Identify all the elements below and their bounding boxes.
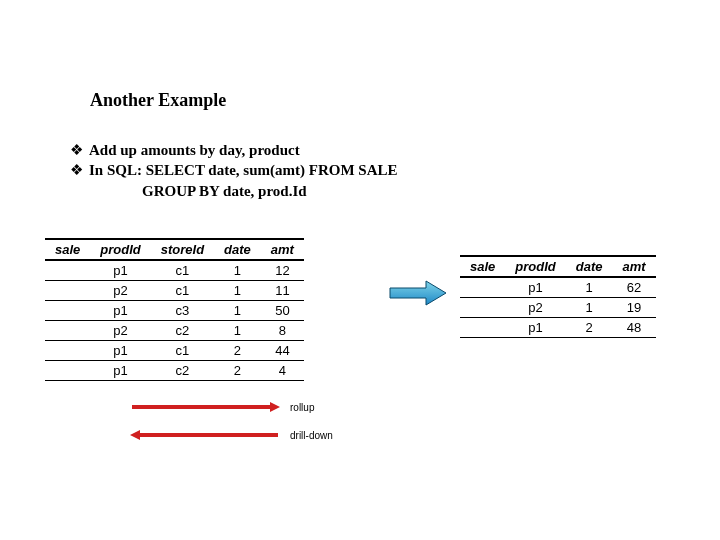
- cell: [45, 301, 90, 321]
- table-header-row: sale prodId storeId date amt: [45, 239, 304, 260]
- slide: Another Example ❖ Add up amounts by day,…: [0, 0, 720, 540]
- bullet-subline: GROUP BY date, prod.Id: [142, 181, 398, 201]
- col-header: sale: [45, 239, 90, 260]
- arrow-left-red-icon: [130, 429, 280, 441]
- svg-marker-2: [270, 402, 280, 412]
- col-header: prodId: [90, 239, 150, 260]
- cell: p1: [505, 277, 565, 298]
- operation-arrows: rollup drill-down: [130, 400, 333, 456]
- bullet-item: ❖ In SQL: SELECT date, sum(amt) FROM SAL…: [70, 160, 398, 180]
- cell: c3: [151, 301, 214, 321]
- drilldown-label: drill-down: [290, 430, 333, 441]
- bullet-text: Add up amounts by day, product: [89, 140, 300, 160]
- cell: p2: [90, 321, 150, 341]
- cell: c1: [151, 341, 214, 361]
- cell: 50: [261, 301, 304, 321]
- cell: c2: [151, 321, 214, 341]
- cell: [460, 277, 505, 298]
- table-row: p1 c3 1 50: [45, 301, 304, 321]
- col-header: prodId: [505, 256, 565, 277]
- result-table: sale prodId date amt p1 1 62 p2 1 19 p1: [460, 255, 656, 338]
- cell: p1: [90, 260, 150, 281]
- cell: 44: [261, 341, 304, 361]
- cell: p1: [90, 301, 150, 321]
- table-row: p1 c2 2 4: [45, 361, 304, 381]
- col-header: amt: [261, 239, 304, 260]
- cell: [45, 260, 90, 281]
- cell: 2: [214, 361, 261, 381]
- col-header: date: [566, 256, 613, 277]
- cell: 1: [566, 298, 613, 318]
- cell: [45, 281, 90, 301]
- cell: 4: [261, 361, 304, 381]
- cell: c1: [151, 260, 214, 281]
- cell: [45, 341, 90, 361]
- cell: p1: [90, 341, 150, 361]
- cell: c1: [151, 281, 214, 301]
- svg-marker-0: [390, 281, 446, 305]
- cell: 2: [214, 341, 261, 361]
- table-row: p2 c1 1 11: [45, 281, 304, 301]
- cell: 1: [214, 260, 261, 281]
- slide-title: Another Example: [90, 90, 226, 111]
- cell: p1: [505, 318, 565, 338]
- table-row: p1 2 48: [460, 318, 656, 338]
- diamond-icon: ❖: [70, 140, 83, 160]
- cell: p1: [90, 361, 150, 381]
- cell: 12: [261, 260, 304, 281]
- col-header: date: [214, 239, 261, 260]
- bullet-list: ❖ Add up amounts by day, product ❖ In SQ…: [70, 140, 398, 201]
- cell: [45, 321, 90, 341]
- cell: [460, 318, 505, 338]
- table-row: p1 c1 2 44: [45, 341, 304, 361]
- drilldown-row: drill-down: [130, 428, 333, 442]
- cell: c2: [151, 361, 214, 381]
- rollup-row: rollup: [130, 400, 333, 414]
- cell: p2: [90, 281, 150, 301]
- bullet-item: ❖ Add up amounts by day, product: [70, 140, 398, 160]
- table-row: p1 c1 1 12: [45, 260, 304, 281]
- cell: p2: [505, 298, 565, 318]
- cell: 8: [261, 321, 304, 341]
- col-header: storeId: [151, 239, 214, 260]
- table-row: p2 1 19: [460, 298, 656, 318]
- arrow-right-red-icon: [130, 401, 280, 413]
- col-header: sale: [460, 256, 505, 277]
- table-header-row: sale prodId date amt: [460, 256, 656, 277]
- cell: 1: [214, 301, 261, 321]
- cell: 48: [612, 318, 655, 338]
- cell: 1: [214, 281, 261, 301]
- source-table: sale prodId storeId date amt p1 c1 1 12 …: [45, 238, 304, 381]
- cell: 62: [612, 277, 655, 298]
- cell: 2: [566, 318, 613, 338]
- rollup-label: rollup: [290, 402, 314, 413]
- cell: 1: [566, 277, 613, 298]
- cell: 19: [612, 298, 655, 318]
- bullet-text: In SQL: SELECT date, sum(amt) FROM SALE: [89, 160, 398, 180]
- svg-marker-4: [130, 430, 140, 440]
- cell: [45, 361, 90, 381]
- cell: 11: [261, 281, 304, 301]
- table-row: p1 1 62: [460, 277, 656, 298]
- table-row: p2 c2 1 8: [45, 321, 304, 341]
- col-header: amt: [612, 256, 655, 277]
- cell: 1: [214, 321, 261, 341]
- diamond-icon: ❖: [70, 160, 83, 180]
- arrow-right-icon: [388, 278, 448, 312]
- cell: [460, 298, 505, 318]
